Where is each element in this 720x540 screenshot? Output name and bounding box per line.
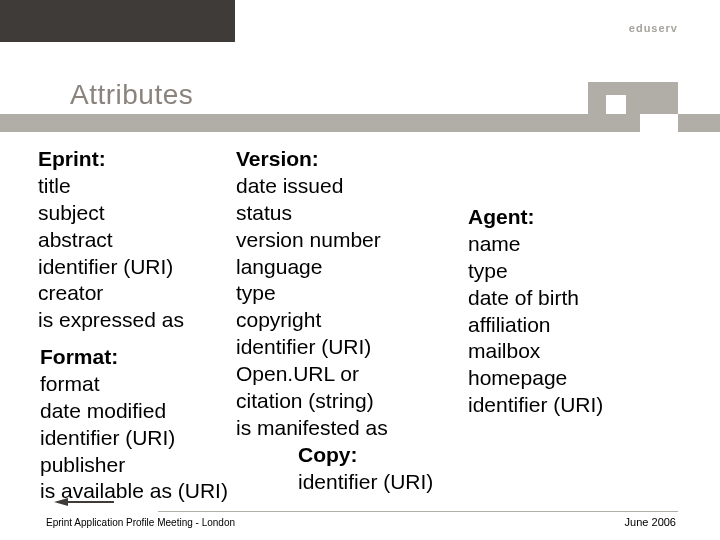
list-item: type xyxy=(236,280,456,307)
footer: Eprint Application Profile Meeting - Lon… xyxy=(0,510,720,528)
brand-wordmark: eduserv xyxy=(629,22,678,34)
list-item: identifier (URI) xyxy=(468,392,678,419)
list-item: publisher xyxy=(40,452,320,479)
title-underline-band xyxy=(0,114,720,132)
list-item: language xyxy=(236,254,456,281)
list-item: homepage xyxy=(468,365,678,392)
list-item: date issued xyxy=(236,173,456,200)
list-item: identifier (URI) xyxy=(40,425,320,452)
list-item: name xyxy=(468,231,678,258)
footer-right-text: June 2006 xyxy=(625,516,676,528)
column-copy: Copy: identifier (URI) xyxy=(298,442,548,496)
content-area: Eprint: title subject abstract identifie… xyxy=(38,142,682,494)
version-heading: Version: xyxy=(236,146,456,173)
list-item: identifier (URI) xyxy=(38,254,238,281)
list-item: abstract xyxy=(38,227,238,254)
page-title: Attributes xyxy=(70,79,193,111)
list-item: title xyxy=(38,173,238,200)
column-eprint: Eprint: title subject abstract identifie… xyxy=(38,146,238,334)
copy-heading: Copy: xyxy=(298,442,548,469)
format-heading: Format: xyxy=(40,344,320,371)
list-item: creator xyxy=(38,280,238,307)
list-item: date of birth xyxy=(468,285,678,312)
title-row: Attributes xyxy=(0,72,720,118)
header-dark-stripe xyxy=(0,0,235,42)
list-item: identifier (URI) xyxy=(298,469,548,496)
list-item: format xyxy=(40,371,320,398)
column-agent: Agent: name type date of birth affiliati… xyxy=(468,204,678,419)
list-item: version number xyxy=(236,227,456,254)
list-item: subject xyxy=(38,200,238,227)
footer-left-text: Eprint Application Profile Meeting - Lon… xyxy=(46,517,235,528)
list-item: status xyxy=(236,200,456,227)
list-item: affiliation xyxy=(468,312,678,339)
footer-divider xyxy=(158,511,678,512)
column-format: Format: format date modified identifier … xyxy=(40,344,320,505)
agent-heading: Agent: xyxy=(468,204,678,231)
list-item: mailbox xyxy=(468,338,678,365)
list-item: type xyxy=(468,258,678,285)
eprint-heading: Eprint: xyxy=(38,146,238,173)
list-item: is expressed as xyxy=(38,307,238,334)
list-item: date modified xyxy=(40,398,320,425)
list-item: copyright xyxy=(236,307,456,334)
arrow-left-icon xyxy=(54,498,68,506)
